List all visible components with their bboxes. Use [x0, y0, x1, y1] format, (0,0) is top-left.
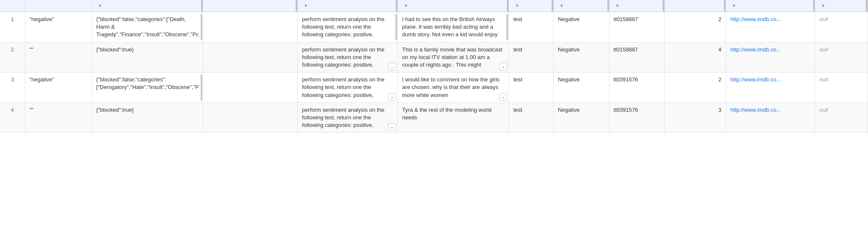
null-value: null [819, 76, 828, 83]
expand-review-button[interactable]: ⌄ [499, 93, 507, 101]
cell-review: I had to see this on the British Airways… [398, 12, 509, 42]
review-content[interactable]: I had to see this on the British Airways… [402, 16, 504, 39]
sort-icon-review: ▼ [404, 3, 408, 8]
expand-prompt-button[interactable]: ⌄ [388, 63, 396, 70]
cell-split: test [509, 42, 553, 73]
prompt-content[interactable]: perform sentiment analysis on the follow… [302, 106, 393, 129]
resize-handle-reviewer-rating[interactable] [724, 0, 726, 11]
table-row: 2""{"blocked":true}perform sentiment ana… [0, 42, 868, 73]
cell-split: test [509, 73, 553, 103]
cell-reviewer-rating: 2 [665, 73, 726, 103]
prompt-content[interactable]: perform sentiment analysis on the follow… [302, 76, 393, 99]
cell-title: null [815, 73, 868, 103]
cell-title: null [815, 42, 868, 73]
col-header-prompt[interactable]: ▼ [298, 0, 398, 12]
cell-reviewer-rating: 4 [665, 42, 726, 73]
cell-label: Negative [553, 12, 609, 42]
cell-prompt: perform sentiment analysis on the follow… [298, 102, 398, 133]
expand-prompt-button[interactable]: ⌄ [388, 93, 396, 101]
resize-handle-label[interactable] [607, 0, 609, 11]
table-header-row: ▼ ▼ [0, 0, 868, 12]
cell-generated-text: "" [25, 102, 92, 133]
cell-title: null [815, 12, 868, 42]
prompt-content[interactable]: perform sentiment analysis on the follow… [302, 16, 393, 39]
table-row: 3"negative"{"blocked":false,"categories"… [0, 73, 868, 103]
cell-label: Negative [553, 73, 609, 103]
cell-reviewer-rating: 3 [665, 102, 726, 133]
cell-movie-id: tt0391576 [609, 73, 665, 103]
cell-safety-attributes: {"blocked":false,"categories":["Derogato… [92, 73, 203, 103]
resize-handle-title[interactable] [866, 0, 868, 11]
cell-generated-text: "" [25, 42, 92, 73]
cell-ml-generate-text-status [203, 12, 298, 42]
cell-row-num: 1 [0, 12, 25, 42]
review-content[interactable]: Tyra & the rest of the modeling world ne… [402, 106, 504, 121]
scrollbar-prompt[interactable] [395, 14, 397, 40]
col-header-split[interactable]: ▼ [509, 0, 553, 12]
resize-handle-review[interactable] [507, 0, 509, 11]
col-header-review[interactable]: ▼ [398, 0, 509, 12]
prompt-content[interactable]: perform sentiment analysis on the follow… [302, 46, 393, 69]
scrollbar-safety[interactable] [201, 74, 202, 101]
null-value: null [819, 107, 828, 113]
cell-movie-url[interactable]: http://www.imdb.co... [726, 42, 815, 73]
cell-movie-url[interactable]: http://www.imdb.co... [726, 73, 815, 103]
cell-split: test [509, 12, 553, 42]
cell-movie-id: tt0158887 [609, 42, 665, 73]
expand-review-button[interactable]: ⌄ [499, 63, 507, 70]
scrollbar-safety[interactable] [201, 14, 202, 40]
sort-icon-movie-url: ▼ [732, 3, 736, 8]
cell-generated-text: "negative" [25, 12, 92, 42]
sort-icon-movie-id: ▼ [615, 3, 620, 8]
col-header-ml-generate-text-status[interactable] [203, 0, 298, 12]
col-header-movie-id[interactable]: ▼ [609, 0, 665, 12]
cell-movie-url[interactable]: http://www.imdb.co... [726, 102, 815, 133]
col-header-title[interactable]: ▼ [815, 0, 868, 12]
resize-handle-safety-attributes[interactable] [201, 0, 203, 11]
cell-label: Negative [553, 42, 609, 73]
cell-ml-generate-text-status [203, 102, 298, 133]
review-content[interactable]: This is a family movie that was broadcas… [402, 46, 504, 69]
scrollbar-review[interactable] [506, 14, 508, 40]
cell-safety-attributes: {"blocked":true} [92, 42, 203, 73]
resize-handle-movie-url[interactable] [813, 0, 815, 11]
cell-prompt: perform sentiment analysis on the follow… [298, 12, 398, 42]
col-header-reviewer-rating[interactable] [665, 0, 726, 12]
cell-row-num: 3 [0, 73, 25, 103]
cell-split: test [509, 102, 553, 133]
cell-safety-attributes: {"blocked":false,"categories":["Death, H… [92, 12, 203, 42]
resize-handle-prompt[interactable] [396, 0, 397, 11]
table-row: 4""{"blocked":true}perform sentiment ana… [0, 102, 868, 133]
sort-icon-label: ▼ [560, 3, 564, 8]
resize-handle-movie-id[interactable] [663, 0, 664, 11]
sort-icon-prompt: ▼ [304, 3, 308, 8]
cell-review: I would like to comment on how the girls… [398, 73, 509, 103]
col-header-safety-attributes[interactable]: ▼ [92, 0, 203, 12]
review-content[interactable]: I would like to comment on how the girls… [402, 76, 504, 99]
cell-prompt: perform sentiment analysis on the follow… [298, 73, 398, 103]
col-header-movie-url[interactable]: ▼ [726, 0, 815, 12]
cell-reviewer-rating: 2 [665, 12, 726, 42]
safety-attributes-content[interactable]: {"blocked":false,"categories":["Derogato… [96, 76, 199, 91]
expand-prompt-button[interactable]: ⌄ [388, 123, 396, 131]
data-table: ▼ ▼ [0, 0, 868, 133]
safety-attributes-content[interactable]: {"blocked":true} [96, 46, 199, 54]
table-row: 1"negative"{"blocked":false,"categories"… [0, 12, 868, 42]
safety-attributes-content[interactable]: {"blocked":true} [96, 106, 199, 114]
null-value: null [819, 46, 828, 53]
cell-row-num: 2 [0, 42, 25, 73]
col-header-row[interactable] [0, 0, 25, 12]
cell-movie-id: tt0391576 [609, 102, 665, 133]
cell-safety-attributes: {"blocked":true} [92, 102, 203, 133]
cell-movie-url[interactable]: http://www.imdb.co... [726, 12, 815, 42]
col-header-label[interactable]: ▼ [553, 0, 609, 12]
resize-handle-split[interactable] [552, 0, 553, 11]
safety-attributes-content[interactable]: {"blocked":false,"categories":["Death, H… [96, 16, 199, 39]
col-header-generated-text[interactable] [25, 0, 92, 12]
sort-icon-safety-attributes: ▼ [98, 3, 102, 8]
cell-ml-generate-text-status [203, 73, 298, 103]
resize-handle-ml[interactable] [296, 0, 297, 11]
cell-movie-id: tt0158887 [609, 12, 665, 42]
sort-icon-split: ▼ [515, 3, 519, 8]
cell-generated-text: "negative" [25, 73, 92, 103]
